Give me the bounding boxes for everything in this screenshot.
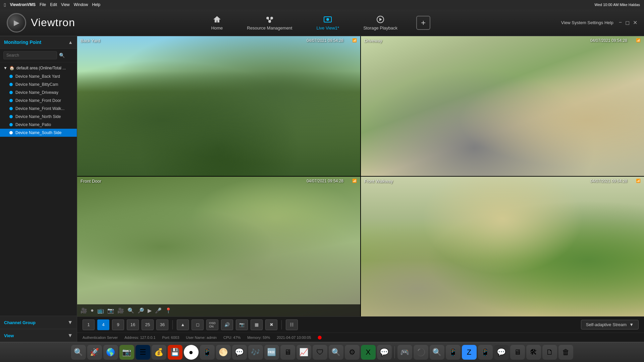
- file-menu[interactable]: File: [40, 2, 46, 7]
- device-item-3[interactable]: Device Name_Front Door: [0, 97, 77, 105]
- search-input[interactable]: [3, 51, 57, 59]
- dock-finder[interactable]: 🔍: [71, 345, 86, 360]
- dock-safari[interactable]: 🌎: [103, 345, 118, 360]
- dock-trash[interactable]: 🗑: [558, 345, 573, 360]
- dock-unknown1[interactable]: 📱: [200, 345, 215, 360]
- tree-root-expand: ▼: [3, 66, 7, 70]
- tb-icon-5[interactable]: 🎥: [117, 307, 124, 314]
- close-button[interactable]: ✕: [633, 19, 637, 26]
- device-item-5[interactable]: Device Name_North Side: [0, 113, 77, 121]
- status-memory: Memory: 59%: [247, 336, 270, 340]
- dock-messages[interactable]: 💬: [232, 345, 247, 360]
- dock-imessage[interactable]: 💬: [494, 345, 509, 360]
- view-25-btn[interactable]: 25: [142, 319, 154, 330]
- nav-home[interactable]: Home: [206, 12, 228, 33]
- tree-root-item[interactable]: ▼ 🏠 default area (Online/Total ...: [0, 64, 77, 72]
- dock-unknown2[interactable]: 🆓: [264, 345, 279, 360]
- audio-btn[interactable]: 🔊: [221, 319, 233, 330]
- dock-chrome[interactable]: ●: [184, 345, 199, 360]
- dock-filezilla[interactable]: 💾: [168, 345, 182, 360]
- dock-iphone[interactable]: 📱: [478, 345, 493, 360]
- tb-icon-2[interactable]: ●: [91, 307, 94, 313]
- dock-excel[interactable]: X: [361, 345, 376, 360]
- tb-icon-1[interactable]: 🎥: [80, 307, 87, 314]
- nav-playback[interactable]: Storage Playback: [358, 12, 403, 33]
- search-icon[interactable]: 🔍: [59, 53, 65, 58]
- apple-menu[interactable]: : [4, 2, 6, 8]
- view-header[interactable]: View ▼: [0, 329, 77, 342]
- tb-icon-6[interactable]: 🔍: [127, 307, 134, 314]
- device-item-6[interactable]: Device Name_Patio: [0, 121, 77, 129]
- view-16-btn[interactable]: 16: [127, 319, 139, 330]
- monitoring-point-title: Monitoring Point: [4, 40, 41, 45]
- dock-unknown13[interactable]: 🗋: [542, 345, 557, 360]
- dock-unknown6[interactable]: 🔍: [329, 345, 343, 360]
- dock-slack[interactable]: 💬: [377, 345, 392, 360]
- monitoring-point-collapse[interactable]: ▲: [68, 40, 73, 45]
- dock-unknown4[interactable]: 📈: [297, 345, 311, 360]
- tb-icon-7[interactable]: 🔎: [138, 307, 144, 314]
- dock-unknown3[interactable]: 🖥: [280, 345, 295, 360]
- dock-itunes[interactable]: 🎶: [248, 345, 263, 360]
- view-menu[interactable]: View: [61, 2, 70, 7]
- view-1-btn[interactable]: 1: [83, 319, 95, 330]
- osd-btn[interactable]: OSDON: [206, 319, 218, 330]
- dock-unknown7[interactable]: ⚙: [345, 345, 360, 360]
- camera-cell-driveway[interactable]: Driveway 04/07/2021 09:54:28 📶: [361, 36, 644, 176]
- window-menu[interactable]: Window: [74, 2, 88, 7]
- help-text[interactable]: View System Settings Help: [561, 20, 613, 25]
- cam-signal-frontwalk: 📶: [636, 179, 641, 183]
- monitoring-point-header: Monitoring Point ▲: [0, 36, 77, 49]
- dock-zoom[interactable]: Z: [462, 345, 477, 360]
- tb-icon-9[interactable]: 🎤: [155, 307, 162, 314]
- dock-steam[interactable]: 🎮: [397, 345, 412, 360]
- view-9-btn[interactable]: 9: [112, 319, 124, 330]
- device-name-4: Device Name_Front Walk...: [15, 106, 64, 111]
- dock-launchpad[interactable]: 🚀: [87, 345, 102, 360]
- device-item-0[interactable]: Device Name_Back Yard: [0, 72, 77, 80]
- device-item-4[interactable]: Device Name_Front Walk...: [0, 105, 77, 113]
- dock-unknown5[interactable]: 🛡: [313, 345, 327, 360]
- help-menu[interactable]: Help: [92, 2, 100, 7]
- device-item-7[interactable]: Device Name_South Side: [0, 129, 77, 137]
- app-menu-name[interactable]: ViewtronVMS: [10, 2, 35, 7]
- dock-unknown9[interactable]: 🔍: [430, 345, 444, 360]
- status-alert: ⬤: [318, 335, 322, 340]
- camera-cell-frontwalk[interactable]: Front Walkway 04/07/2021 09:54:28 📶: [361, 177, 644, 316]
- tb-icon-4[interactable]: 📷: [107, 307, 114, 314]
- dock-finances[interactable]: 💰: [152, 345, 166, 360]
- dock-slingplayer[interactable]: 📷: [119, 345, 134, 360]
- nav-add-button[interactable]: +: [416, 16, 430, 30]
- layout-btn[interactable]: ☷: [286, 319, 298, 330]
- dock-photos[interactable]: 🌕: [216, 345, 231, 360]
- maximize-button[interactable]: ◻: [625, 19, 630, 26]
- view-section: View ▼: [0, 329, 77, 342]
- edit-menu[interactable]: Edit: [50, 2, 57, 7]
- channel-group-toggle: ▼: [67, 319, 73, 325]
- nav-liveview[interactable]: Live View1*: [311, 12, 344, 33]
- view-4-btn[interactable]: 4: [97, 319, 109, 330]
- dock-ps[interactable]: ☰: [136, 345, 150, 360]
- select-btn[interactable]: ▦: [251, 319, 263, 330]
- prev-layout-btn[interactable]: ▲: [177, 319, 189, 330]
- view-36-btn[interactable]: 36: [156, 319, 168, 330]
- device-item-1[interactable]: Device Name_BittyCam: [0, 80, 77, 88]
- snap-btn[interactable]: 📷: [236, 319, 248, 330]
- dock-unknown10[interactable]: 📱: [446, 345, 461, 360]
- dock-unknown11[interactable]: 🖥: [510, 345, 525, 360]
- channel-group-header[interactable]: Channel Group ▼: [0, 316, 77, 329]
- camera-cell-backyard[interactable]: Back Yard 04/07/2021 09:54:28 📶: [77, 36, 360, 176]
- camera-cell-frontdoor[interactable]: Front Door 04/07/2021 09:54:28 📶 🎥 ● 📺 📷…: [77, 177, 360, 316]
- nav-resource[interactable]: Resource Management: [241, 12, 298, 33]
- dock-unknown8[interactable]: ⚫: [414, 345, 428, 360]
- tb-icon-8[interactable]: ▶: [148, 307, 152, 314]
- tree-root-label: default area (Online/Total ...: [16, 66, 66, 70]
- window-btn[interactable]: ◻: [192, 319, 204, 330]
- device-item-2[interactable]: Device Name_Driveway: [0, 88, 77, 97]
- tb-icon-10[interactable]: 📍: [165, 307, 172, 314]
- dock-unknown12[interactable]: 🛠: [526, 345, 541, 360]
- tb-icon-3[interactable]: 📺: [97, 307, 104, 314]
- stream-select[interactable]: Self-adaptive Stream ▼: [581, 320, 639, 329]
- minimize-button[interactable]: −: [619, 19, 622, 26]
- close-all-btn[interactable]: ✖: [265, 319, 277, 330]
